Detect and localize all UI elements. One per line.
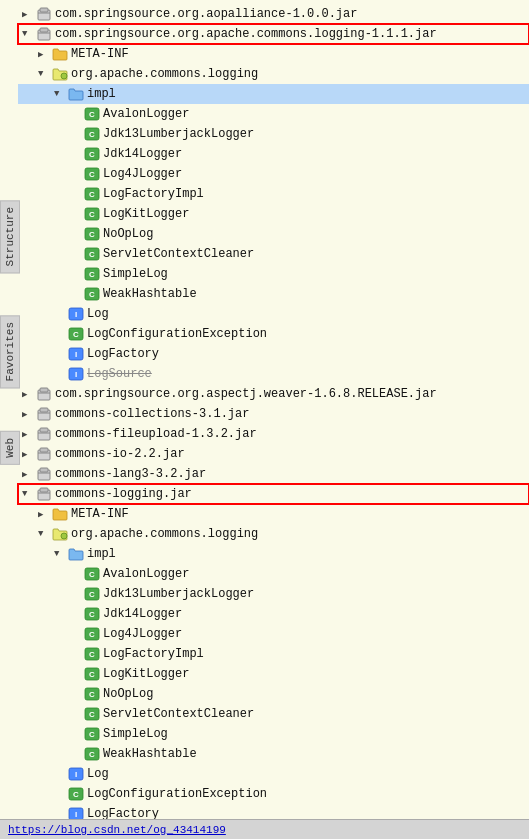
tree-row[interactable]: C WeakHashtable bbox=[18, 284, 529, 304]
favorites-tab[interactable]: Favorites bbox=[0, 315, 20, 388]
tree-arrow[interactable]: ▶ bbox=[22, 389, 36, 400]
tree-label: Jdk14Logger bbox=[103, 607, 182, 621]
tree-arrow[interactable]: ▶ bbox=[22, 9, 36, 20]
structure-tab[interactable]: Structure bbox=[0, 200, 20, 273]
class-icon: C bbox=[84, 666, 103, 682]
tree-row[interactable]: I Log bbox=[18, 304, 529, 324]
tree-arrow[interactable]: ▶ bbox=[22, 409, 36, 420]
tree-row[interactable]: C LogConfigurationException bbox=[18, 324, 529, 344]
side-tabs: Structure Favorites Web bbox=[0, 200, 20, 465]
svg-text:C: C bbox=[89, 750, 95, 759]
status-bar: https://blog.csdn.net/og_43414199 bbox=[0, 819, 529, 839]
tree-arrow[interactable]: ▼ bbox=[22, 29, 36, 39]
tree-row[interactable]: ▼ org.apache.commons.logging bbox=[18, 64, 529, 84]
tree-arrow[interactable]: ▼ bbox=[54, 89, 68, 99]
tree-row[interactable]: ▶ commons-io-2.2.jar bbox=[18, 444, 529, 464]
svg-text:C: C bbox=[89, 170, 95, 179]
svg-text:C: C bbox=[89, 670, 95, 679]
jar-icon bbox=[36, 6, 55, 22]
tree-row[interactable]: C Jdk13LumberjackLogger bbox=[18, 584, 529, 604]
svg-rect-39 bbox=[40, 408, 48, 412]
tree-row[interactable]: C ServletContextCleaner bbox=[18, 704, 529, 724]
jar-icon bbox=[36, 486, 55, 502]
tree-label: LogConfigurationException bbox=[87, 327, 267, 341]
tree-label: LogKitLogger bbox=[103, 207, 189, 221]
tree-row[interactable]: C LogConfigurationException bbox=[18, 784, 529, 804]
tree-row[interactable]: C LogFactoryImpl bbox=[18, 644, 529, 664]
jar-icon bbox=[36, 446, 55, 462]
tree-row[interactable]: C NoOpLog bbox=[18, 684, 529, 704]
tree-arrow[interactable]: ▶ bbox=[22, 429, 36, 440]
svg-text:C: C bbox=[89, 630, 95, 639]
tree-arrow[interactable]: ▼ bbox=[38, 529, 52, 539]
tree-row[interactable]: C WeakHashtable bbox=[18, 744, 529, 764]
tree-label: impl bbox=[87, 547, 116, 561]
tree-row[interactable]: I LogSource bbox=[18, 364, 529, 384]
svg-text:C: C bbox=[89, 110, 95, 119]
tree-row[interactable]: C Jdk14Logger bbox=[18, 144, 529, 164]
tree-row[interactable]: I LogFactory bbox=[18, 344, 529, 364]
svg-point-53 bbox=[61, 533, 67, 539]
tree-row[interactable]: C ServletContextCleaner bbox=[18, 244, 529, 264]
tree-row[interactable]: ▶ commons-collections-3.1.jar bbox=[18, 404, 529, 424]
tree-arrow[interactable]: ▶ bbox=[22, 469, 36, 480]
tree-arrow[interactable]: ▶ bbox=[22, 449, 36, 460]
tree-row[interactable]: C LogKitLogger bbox=[18, 204, 529, 224]
tree-row[interactable]: ▼ impl bbox=[18, 84, 529, 104]
tree-row[interactable]: ▶ com.springsource.org.aspectj.weaver-1.… bbox=[18, 384, 529, 404]
tree-row[interactable]: ▶ commons-fileupload-1.3.2.jar bbox=[18, 424, 529, 444]
class-icon: C bbox=[84, 126, 103, 142]
class-icon: C bbox=[84, 106, 103, 122]
status-url[interactable]: https://blog.csdn.net/og_43414199 bbox=[8, 824, 226, 836]
tree-row[interactable]: ▼ org.apache.commons.logging bbox=[18, 524, 529, 544]
tree-label: Log bbox=[87, 307, 109, 321]
svg-text:C: C bbox=[89, 730, 95, 739]
tree-row[interactable]: ▶ META-INF bbox=[18, 504, 529, 524]
svg-text:C: C bbox=[73, 790, 79, 799]
class-icon: C bbox=[84, 186, 103, 202]
tree-label: commons-io-2.2.jar bbox=[55, 447, 185, 461]
tree-row[interactable]: ▶ commons-lang3-3.2.jar bbox=[18, 464, 529, 484]
class-icon: C bbox=[68, 786, 87, 802]
project-tree: Structure Favorites Web ▶ com.springsour… bbox=[0, 0, 529, 839]
tree-label: ServletContextCleaner bbox=[103, 247, 254, 261]
tree-row[interactable]: C Log4JLogger bbox=[18, 624, 529, 644]
tree-arrow[interactable]: ▼ bbox=[38, 69, 52, 79]
tree-label: com.springsource.org.apache.commons.logg… bbox=[55, 27, 437, 41]
tree-label: SimpleLog bbox=[103, 727, 168, 741]
svg-rect-36 bbox=[40, 388, 48, 392]
tree-row[interactable]: ▼ commons-logging.jar bbox=[18, 484, 529, 504]
svg-text:C: C bbox=[89, 650, 95, 659]
web-tab[interactable]: Web bbox=[0, 431, 20, 465]
svg-rect-51 bbox=[40, 488, 48, 492]
tree-arrow[interactable]: ▼ bbox=[22, 489, 36, 499]
tree-row[interactable]: C Jdk14Logger bbox=[18, 604, 529, 624]
tree-label: AvalonLogger bbox=[103, 567, 189, 581]
tree-row[interactable]: ▶ META-INF bbox=[18, 44, 529, 64]
class-icon: C bbox=[84, 746, 103, 762]
tree-label: commons-lang3-3.2.jar bbox=[55, 467, 206, 481]
folder-blue-icon bbox=[68, 86, 87, 102]
tree-label: WeakHashtable bbox=[103, 747, 197, 761]
tree-arrow[interactable]: ▶ bbox=[38, 509, 52, 520]
tree-label: WeakHashtable bbox=[103, 287, 197, 301]
tree-row[interactable]: C LogFactoryImpl bbox=[18, 184, 529, 204]
tree-row[interactable]: C AvalonLogger bbox=[18, 104, 529, 124]
tree-row[interactable]: C SimpleLog bbox=[18, 264, 529, 284]
tree-row[interactable]: ▶ com.springsource.org.aopalliance-1.0.0… bbox=[18, 4, 529, 24]
tree-row[interactable]: C LogKitLogger bbox=[18, 664, 529, 684]
package-icon bbox=[52, 526, 71, 542]
tree-row[interactable]: ▼ com.springsource.org.apache.commons.lo… bbox=[18, 24, 529, 44]
tree-arrow[interactable]: ▶ bbox=[38, 49, 52, 60]
class-icon: C bbox=[84, 626, 103, 642]
class-icon: C bbox=[84, 726, 103, 742]
tree-row[interactable]: I Log bbox=[18, 764, 529, 784]
tree-row[interactable]: ▼ impl bbox=[18, 544, 529, 564]
tree-row[interactable]: C NoOpLog bbox=[18, 224, 529, 244]
tree-row[interactable]: C SimpleLog bbox=[18, 724, 529, 744]
class-icon: C bbox=[84, 706, 103, 722]
tree-row[interactable]: C AvalonLogger bbox=[18, 564, 529, 584]
tree-row[interactable]: C Log4JLogger bbox=[18, 164, 529, 184]
tree-row[interactable]: C Jdk13LumberjackLogger bbox=[18, 124, 529, 144]
tree-arrow[interactable]: ▼ bbox=[54, 549, 68, 559]
